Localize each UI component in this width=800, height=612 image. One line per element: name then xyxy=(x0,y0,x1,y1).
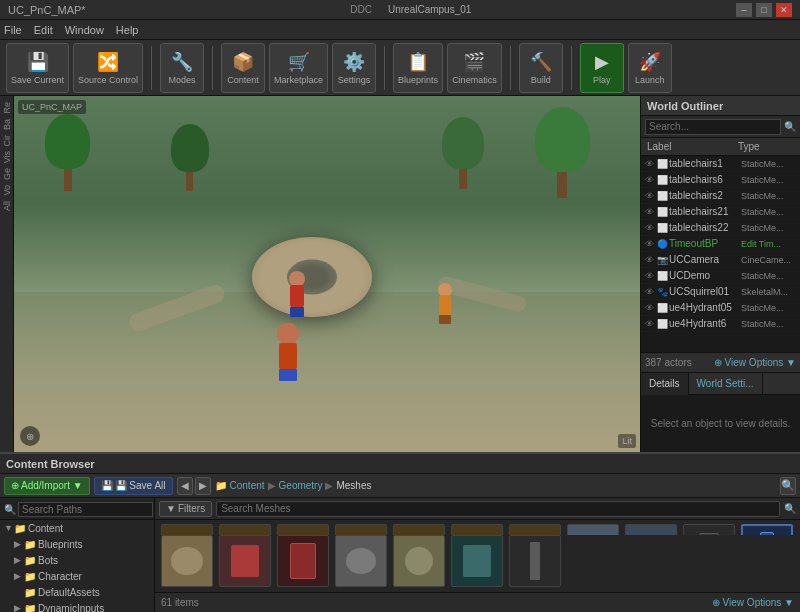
settings-label: Settings xyxy=(338,75,371,85)
asset-rsu[interactable]: 📁 RSU xyxy=(449,524,505,535)
asset-1mcubechamfer[interactable]: 1M_Cube_Chamfer xyxy=(623,524,679,535)
breadcrumb-sep-1: ▶ xyxy=(268,480,276,491)
cinematics-button[interactable]: 🎬 Cinematics xyxy=(447,43,502,93)
filetree-character[interactable]: ▶ 📁 Character xyxy=(0,568,154,584)
launch-button[interactable]: 🚀 Launch xyxy=(628,43,672,93)
asset-row2-2[interactable] xyxy=(217,535,273,588)
menu-window[interactable]: Window xyxy=(65,24,104,36)
search-icon[interactable]: 🔍 xyxy=(784,503,796,514)
asset-scooter[interactable]: 📁 Scooter xyxy=(507,524,563,535)
asset-butterflynet[interactable]: 📁 ButterflyNet xyxy=(217,524,273,535)
filetree-dynamicinputs[interactable]: ▶ 📁 DynamicInputs xyxy=(0,600,154,612)
marketplace-button[interactable]: 🛒 Marketplace xyxy=(269,43,328,93)
left-cir[interactable]: Cir xyxy=(2,133,12,149)
minimize-button[interactable]: – xyxy=(736,3,752,17)
asset-row2-7[interactable] xyxy=(507,535,563,588)
tab-world-settings[interactable]: World Setti... xyxy=(689,373,763,395)
asset-row2-6[interactable] xyxy=(449,535,505,588)
asset-hydrant[interactable]: 📁 Hydrant xyxy=(333,524,389,535)
outliner-item-timeoutbp[interactable]: 👁 🔵 TimeoutBP Edit Tim... xyxy=(641,236,800,252)
asset-row2-4[interactable] xyxy=(333,535,389,588)
world-outliner-title: World Outliner xyxy=(647,100,723,112)
source-control-button[interactable]: 🔀 Source Control xyxy=(73,43,143,93)
outliner-item-tablechairs21[interactable]: 👁 ⬜ tablechairs21 StaticMe... xyxy=(641,204,800,220)
outliner-search-input[interactable] xyxy=(645,119,781,135)
cb-view-options-button[interactable]: ⊕ View Options ▼ xyxy=(712,597,794,608)
blueprints-button[interactable]: 📋 Blueprints xyxy=(393,43,443,93)
breadcrumb-geometry[interactable]: Geometry xyxy=(279,480,323,491)
save-current-button[interactable]: 💾 Save Current xyxy=(6,43,69,93)
item-type: CineCame... xyxy=(741,255,796,265)
filetree-bots[interactable]: ▶ 📁 Bots xyxy=(0,552,154,568)
left-vis[interactable]: Vis xyxy=(2,149,12,165)
content-icon: 📦 xyxy=(232,51,254,73)
asset-row2-1[interactable] xyxy=(159,535,215,588)
item-type: StaticMe... xyxy=(741,271,796,281)
left-ge[interactable]: Ge xyxy=(2,166,12,182)
visibility-icon: 👁 xyxy=(645,287,655,297)
menu-file[interactable]: File xyxy=(4,24,22,36)
col-label-header[interactable]: Label xyxy=(643,141,738,152)
asset-thumb-butterflynet: 📁 xyxy=(219,524,271,535)
close-button[interactable]: ✕ xyxy=(776,3,792,17)
save-all-icon: 💾 xyxy=(101,480,113,491)
breadcrumb-meshes[interactable]: Meshes xyxy=(336,480,371,491)
asset-labsim[interactable]: 📁 LabSim xyxy=(391,524,447,535)
save-all-label: 💾 Save All xyxy=(115,480,166,491)
tab-details[interactable]: Details xyxy=(641,373,689,395)
filetree-content[interactable]: ▼ 📁 Content xyxy=(0,520,154,536)
maximize-button[interactable]: □ xyxy=(756,3,772,17)
details-panel: Details World Setti... Select an object … xyxy=(641,372,800,452)
cb-search-button[interactable]: 🔍 xyxy=(780,477,796,495)
play-button[interactable]: ▶ Play xyxy=(580,43,624,93)
asset-block-trashcan[interactable]: block_trashcan... xyxy=(681,524,737,535)
outliner-item-hydrant05[interactable]: 👁 ⬜ ue4Hydrant05 StaticMe... xyxy=(641,300,800,316)
outliner-item-ucsquirrel[interactable]: 👁 🐾 UCSquirrel01 SkeletalM... xyxy=(641,284,800,300)
viewport-wrapper: UC_PnC_MAP Lit ⊕ xyxy=(14,96,640,452)
settings-button[interactable]: ⚙️ Settings xyxy=(332,43,376,93)
back-button[interactable]: ◀ xyxy=(177,477,193,495)
build-button[interactable]: 🔨 Build xyxy=(519,43,563,93)
launch-label: Launch xyxy=(635,75,665,85)
outliner-item-tablechairs22[interactable]: 👁 ⬜ tablechairs22 StaticMe... xyxy=(641,220,800,236)
add-import-button[interactable]: ⊕ Add/Import ▼ xyxy=(4,477,90,495)
breadcrumb-content[interactable]: Content xyxy=(230,480,265,491)
menu-help[interactable]: Help xyxy=(116,24,139,36)
save-all-button[interactable]: 💾 💾 Save All xyxy=(94,477,173,495)
filters-button[interactable]: ▼ Filters xyxy=(159,501,212,517)
asset-bone[interactable]: 📁 Bone xyxy=(159,524,215,535)
asset-flowers[interactable]: 📁 Flowers xyxy=(275,524,331,535)
col-type-header[interactable]: Type xyxy=(738,141,798,152)
left-ba[interactable]: Ba xyxy=(2,117,12,132)
asset-search-input[interactable] xyxy=(216,501,780,517)
fountain-base xyxy=(252,237,372,317)
outliner-item-hydrant6[interactable]: 👁 ⬜ ue4Hydrant6 StaticMe... xyxy=(641,316,800,332)
viewport-corner-icon[interactable]: ⊕ xyxy=(20,426,40,446)
asset-row2-5[interactable] xyxy=(391,535,447,588)
content-button[interactable]: 📦 Content xyxy=(221,43,265,93)
titlebar: UC_PnC_MAP* DDC UnrealCampus_01 – □ ✕ xyxy=(0,0,800,20)
left-re[interactable]: Re xyxy=(2,100,12,116)
filetree-defaultassets[interactable]: ▶ 📁 DefaultAssets xyxy=(0,584,154,600)
viewport[interactable]: UC_PnC_MAP Lit ⊕ xyxy=(14,96,640,452)
asset-thumb-r2-1 xyxy=(161,535,213,587)
outliner-item-tablechairs1[interactable]: 👁 ⬜ tablechairs1 StaticMe... xyxy=(641,156,800,172)
tree-4 xyxy=(442,117,484,189)
left-all[interactable]: All xyxy=(2,199,12,213)
filetree-search-input[interactable] xyxy=(18,502,153,517)
modes-button[interactable]: 🔧 Modes xyxy=(160,43,204,93)
asset-1mcube[interactable]: 1M_Cube xyxy=(565,524,621,535)
asset-thumb-bone: 📁 xyxy=(161,524,213,535)
left-vo[interactable]: Vo xyxy=(2,183,12,198)
outliner-item-tablechairs6[interactable]: 👁 ⬜ tablechairs6 StaticMe... xyxy=(641,172,800,188)
menu-edit[interactable]: Edit xyxy=(34,24,53,36)
filetree-blueprints[interactable]: ▶ 📁 Blueprints xyxy=(0,536,154,552)
outliner-item-tablechairs2[interactable]: 👁 ⬜ tablechairs2 StaticMe... xyxy=(641,188,800,204)
asset-row2-3[interactable] xyxy=(275,535,331,588)
outliner-item-ucdemo[interactable]: 👁 ⬜ UCDemo StaticMe... xyxy=(641,268,800,284)
asset-thumb-scooter: 📁 xyxy=(509,524,561,535)
asset-bluephone[interactable]: BLUEPHONE xyxy=(739,524,795,535)
outliner-item-uccamera[interactable]: 👁 📷 UCCamera CineCame... xyxy=(641,252,800,268)
view-options-button[interactable]: ⊕ View Options ▼ xyxy=(714,357,796,368)
forward-button[interactable]: ▶ xyxy=(195,477,211,495)
